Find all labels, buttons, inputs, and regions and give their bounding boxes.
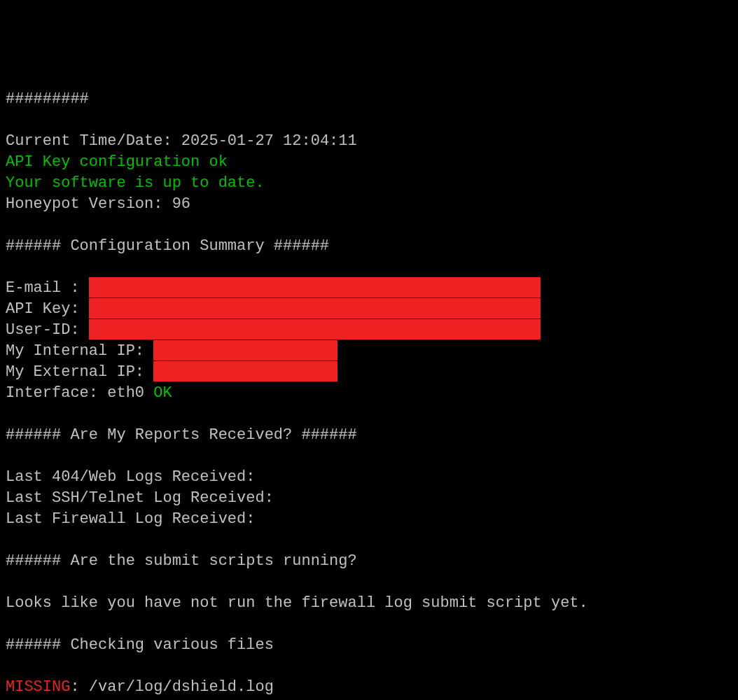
api-config-ok: API Key configuration ok [6, 152, 732, 173]
current-time-value: 2025-01-27 12:04:11 [181, 132, 357, 150]
userid-label: User-ID: [6, 321, 89, 339]
last-ssh: Last SSH/Telnet Log Received: [6, 488, 732, 509]
terminal-output: ######### Current Time/Date: 2025-01-27 … [6, 89, 732, 700]
redacted-block [89, 277, 541, 298]
last-404: Last 404/Web Logs Received: [6, 467, 732, 488]
software-uptodate: Your software is up to date. [6, 173, 732, 194]
missing-file: : /var/log/dshield.log [70, 678, 273, 696]
reports-header: ###### Are My Reports Received? ###### [6, 425, 732, 446]
last-firewall: Last Firewall Log Received: [6, 509, 732, 530]
submit-scripts-header: ###### Are the submit scripts running? [6, 551, 732, 572]
honeypot-version-value: 96 [172, 195, 190, 213]
interface-status: OK [153, 384, 172, 402]
email-label: E-mail : [6, 279, 89, 297]
honeypot-version-label: Honeypot Version: [6, 195, 172, 213]
current-time-label: Current Time/Date: [6, 132, 181, 150]
redacted-block [89, 319, 541, 340]
redacted-block [89, 298, 541, 318]
config-summary-header: ###### Configuration Summary ###### [6, 236, 732, 257]
apikey-label: API Key: [6, 300, 89, 318]
hashes: ######### [6, 89, 732, 110]
redacted-block [153, 340, 337, 360]
internal-ip-label: My Internal IP: [6, 342, 153, 360]
redacted-block [153, 361, 337, 382]
checking-files-header: ###### Checking various files [6, 635, 732, 656]
firewall-script-msg: Looks like you have not run the firewall… [6, 593, 732, 614]
external-ip-label: My External IP: [6, 363, 153, 381]
missing-label: MISSING [6, 678, 70, 696]
interface-label: Interface: eth0 [6, 384, 153, 402]
